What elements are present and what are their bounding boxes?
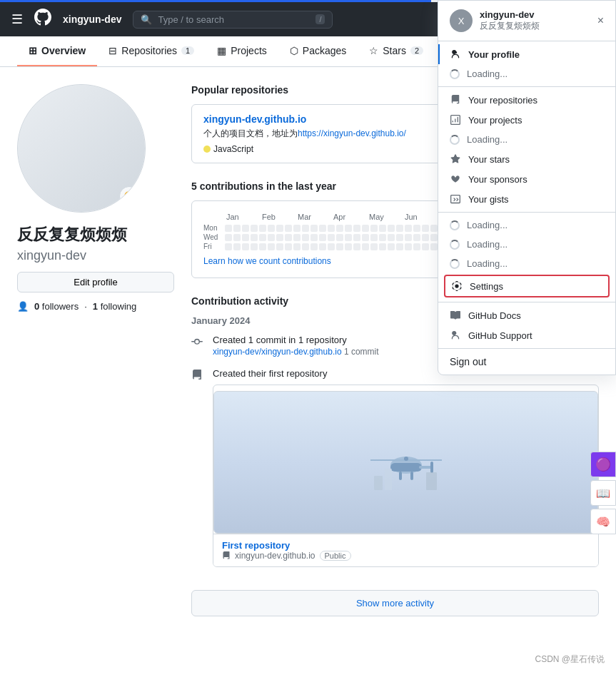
packages-icon: ⬡ [290,45,298,56]
tab-packages-label: Packages [303,45,346,56]
tab-repositories-label: Repositories [121,45,177,56]
overview-icon: ⊞ [29,45,37,56]
contributions-learn-link[interactable]: Learn how we count contributions [203,256,331,266]
repo-url-link[interactable]: https://xingyun-dev.github.io/ [298,128,406,138]
tab-projects-label: Projects [231,45,267,56]
float-btn-1[interactable]: 🟣 [590,452,616,477]
github-logo[interactable] [34,9,51,30]
search-bar[interactable]: 🔍 Type / to search / [133,11,333,29]
spinner-4 [450,240,460,250]
loading-text-5: Loading... [467,258,508,269]
dropdown-item-settings[interactable]: Settings [444,275,610,297]
following-link[interactable]: 1 following [93,301,136,312]
your-repositories-label: Your repositories [468,95,537,106]
your-sponsors-label: Your sponsors [468,174,527,185]
floating-buttons: 🟣 📖 🧠 [590,452,616,534]
first-repo-name: xingyun-dev.github.io [235,551,315,561]
dropdown-item-your-stars[interactable]: Your stars [438,149,615,169]
your-gists-label: Your gists [468,194,509,205]
your-profile-label: Your profile [468,49,520,60]
search-kbd: / [315,14,325,24]
github-support-label: GitHub Support [468,330,532,341]
repo-create-icon [191,370,206,384]
dropdown-loading-1: Loading... [438,64,615,83]
first-repo-badge: Public [320,551,351,561]
stars-count: 2 [410,46,423,55]
dropdown-header: X xingyun-dev 反反复复烦烦烦 × [438,1,615,41]
float-btn-2[interactable]: 📖 [590,480,616,506]
repositories-count: 1 [181,46,194,55]
dropdown-item-your-profile[interactable]: Your profile [438,44,615,64]
tab-stars[interactable]: ☆ Stars 2 [358,36,435,66]
repo-name-link[interactable]: xingyun-dev.github.io [203,113,306,125]
repo-icon [450,94,461,106]
nav-username: xingyun-dev [63,14,121,25]
show-more-activity-button[interactable]: Show more activity [191,590,599,616]
svg-rect-1 [390,463,422,472]
language-color-dot [203,146,211,153]
commit-repo-link[interactable]: xingyun-dev/xingyun-dev.github.io [213,347,342,357]
first-repo-footer: First repository xingyun-dev.github.io P… [213,534,598,566]
dropdown-item-your-repositories[interactable]: Your repositories [438,90,615,110]
tab-projects[interactable]: ▦ Projects [206,36,278,66]
svg-rect-7 [410,472,413,480]
profile-avatar: 😊 [17,84,146,213]
dropdown-section-1: Your profile Loading... [438,41,615,87]
repositories-icon: ⊟ [108,45,117,56]
spinner-5 [450,259,460,269]
tab-repositories[interactable]: ⊟ Repositories 1 [97,36,206,66]
dropdown-item-your-gists[interactable]: Your gists [438,189,615,209]
code-icon [450,193,461,205]
svg-rect-8 [374,476,383,490]
avatar-edit-button[interactable]: 😊 [119,186,139,206]
dropdown-loading-4: Loading... [438,235,615,254]
book-icon [450,310,461,321]
svg-rect-3 [430,462,433,473]
loading-text-2: Loading... [467,134,508,145]
commit-icon [191,336,206,350]
edit-profile-button[interactable]: Edit profile [17,272,174,292]
your-stars-label: Your stars [468,154,510,165]
tab-overview-label: Overview [41,45,86,56]
dropdown-item-github-support[interactable]: GitHub Support [438,325,615,345]
dropdown-item-your-projects[interactable]: Your projects [438,110,615,130]
followers-link[interactable]: 0 followers [34,301,79,312]
search-icon: 🔍 [141,14,152,25]
following-label: following [101,301,137,312]
hamburger-icon[interactable]: ☰ [11,11,23,27]
svg-rect-10 [426,472,437,490]
svg-rect-6 [399,472,402,480]
profile-username: xingyun-dev [17,248,174,263]
first-repo-card-wrapper: First repository xingyun-dev.github.io P… [213,385,599,567]
stars-icon: ☆ [369,45,378,56]
tab-overview[interactable]: ⊞ Overview [17,36,97,66]
github-docs-label: GitHub Docs [468,310,521,321]
dropdown-loading-2: Loading... [438,130,615,149]
dropdown-loading-5: Loading... [438,254,615,273]
svg-point-5 [404,457,408,461]
float-icon-2: 📖 [596,487,610,500]
heart-icon [450,173,461,185]
dropdown-loading-3: Loading... [438,215,615,235]
float-icon-1: 🟣 [595,457,611,472]
float-icon-3: 🧠 [596,515,610,529]
dropdown-user-info: xingyun-dev 反反复复烦烦烦 [480,9,590,32]
dropdown-avatar: X [450,9,473,32]
spinner-3 [450,220,460,230]
dropdown-item-your-sponsors[interactable]: Your sponsors [438,169,615,189]
profile-display-name: 反反复复烦烦烦 [17,224,174,245]
tab-packages[interactable]: ⬡ Packages [278,36,358,66]
sign-out-button[interactable]: Sign out [438,349,615,375]
profile-sidebar: 😊 反反复复烦烦烦 xingyun-dev Edit profile 👤 0 f… [17,84,174,616]
float-btn-3[interactable]: 🧠 [590,509,616,534]
star-icon [450,153,461,165]
tab-stars-label: Stars [383,45,406,56]
loading-text-1: Loading... [467,68,508,79]
followers-label: followers [42,301,79,312]
first-repo-link[interactable]: First repository [222,540,590,551]
dropdown-item-github-docs[interactable]: GitHub Docs [438,305,615,325]
dropdown-section-4: GitHub Docs GitHub Support [438,302,615,349]
settings-label: Settings [470,281,503,292]
projects-icon: ▦ [217,45,226,56]
close-icon[interactable]: × [597,14,604,27]
